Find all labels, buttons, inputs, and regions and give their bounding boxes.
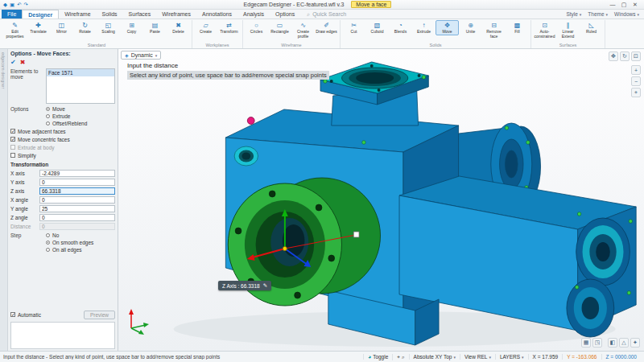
option-radio[interactable]: Extrude [46,113,115,119]
remove-face-button[interactable]: ⊟ Remove face [482,20,506,40]
blends-button[interactable]: ◔ Blends [389,20,412,35]
panel-dock-strip[interactable]: edgecam designer [0,49,8,351]
chevron-down-icon: ▾ [155,53,158,58]
transform-field-input[interactable] [39,170,115,177]
option-checkbox[interactable]: Simplify [10,153,115,158]
tab-surfaces[interactable]: Surfaces [123,10,157,19]
delete-button[interactable]: ✖ Delete [167,20,190,35]
tab-file[interactable]: File [2,10,22,19]
option-radio[interactable]: Offset/Reblend [46,121,115,126]
transform-field-input[interactable] [39,187,115,195]
option-checkbox[interactable]: Move adjacent faces [10,129,115,134]
mirror-button[interactable]: ◫ Mirror [50,20,73,35]
settings-icon[interactable]: ✦ [630,338,640,348]
tab-wireframes[interactable]: Wireframes [156,10,196,19]
zoom-out-icon[interactable]: − [631,76,641,86]
unite-button[interactable]: ⊕ Unite [459,20,482,35]
transform-workplane-button[interactable]: ⇄ Transform [217,20,241,35]
layers-dropdown[interactable]: LAYERS ▾ [495,354,528,360]
transform-field-input[interactable] [39,223,115,230]
coordinate-mode-dropdown[interactable]: Absolute XY Top ▾ [409,354,460,360]
workplane-icon[interactable]: ◳ [592,338,602,348]
cuboid-button[interactable]: ▧ Cuboid [365,20,389,35]
target-icon[interactable]: ⌖ [397,354,400,360]
tab-annotations[interactable]: Annotations [196,10,237,19]
paste-button[interactable]: ▤ Paste [143,20,167,35]
transform-field-row: Z axis [10,187,115,195]
save-icon[interactable]: ▣ [10,2,14,8]
tab-solids[interactable]: Solids [97,10,123,19]
fill-button[interactable]: ▩ Fill [506,20,529,35]
translate-button[interactable]: ✚ Translate [27,20,50,35]
list-item[interactable]: Face 1571 [47,69,114,76]
linear-extend-button[interactable]: ∥ Linear Extend [556,20,580,40]
style-menu[interactable]: Style ▾ [566,11,581,17]
radio-label: Offset/Reblend [52,121,87,126]
edit-properties-button[interactable]: ✎ Edit properties [3,20,27,40]
transform-field-input[interactable] [39,179,115,186]
tab-wireframe[interactable]: Wireframe [59,10,96,19]
theme-menu[interactable]: Theme ▾ [588,11,608,17]
circles-button[interactable]: ○ Circles [245,20,268,35]
copy-button[interactable]: ⊞ Copy [120,20,143,35]
create-profile-button[interactable]: ∿ Create profile [291,20,315,40]
transform-field-input[interactable] [39,214,115,221]
grid-icon[interactable]: ▦ [581,338,591,348]
rectangle-button[interactable]: ▭ Rectangle [268,20,291,35]
option-checkbox[interactable]: Move concentric faces [10,137,115,142]
preview-button[interactable]: Preview [84,311,115,319]
pan-icon[interactable]: ✥ [609,51,618,61]
close-button[interactable]: ✕ [630,2,641,8]
undo-icon[interactable]: ↶ [17,2,21,8]
viewport[interactable]: ◈ Dynamic ▾ Input the distance Select an… [118,49,644,351]
rotate-button[interactable]: ↻ Rotate [73,20,97,35]
selected-point-marker[interactable] [247,117,254,125]
ribbon-button-label: Cut [351,30,357,35]
transform-field-input[interactable] [39,196,115,204]
step-radio[interactable]: On smooth edges [46,240,115,245]
transform-field-input[interactable] [39,205,115,212]
view-mode-dropdown[interactable]: View REL ▾ [460,354,495,360]
fit-view-icon[interactable]: ⊡ [631,51,641,61]
option-radio[interactable]: Move [46,106,115,112]
gizmo-origin[interactable] [283,246,287,250]
automatic-checkbox[interactable]: Automatic [10,312,41,318]
draw-edges-button[interactable]: ✐ Draw edges [315,20,338,35]
measure-icon[interactable]: △ [619,338,629,348]
dynamic-dropdown[interactable]: ◈ Dynamic ▾ [121,51,161,60]
option-checkbox[interactable]: Extrude at body [10,145,115,150]
orbit-icon[interactable]: ↻ [620,51,630,61]
snap-tools[interactable]: ⌖ ⌕ [392,354,408,360]
maximize-button[interactable]: ▢ [618,2,630,8]
edit-value-icon[interactable]: ✎ [263,282,267,289]
cut-button[interactable]: ✂ Cut [342,20,365,35]
create-workplane-button[interactable]: ▱ Create [194,20,217,35]
zoom-window-icon[interactable]: ⌖ [631,88,641,97]
side-bore[interactable] [234,146,258,166]
magnet-icon[interactable]: ⌕ [402,354,405,360]
step-radio[interactable]: On all edges [46,247,115,253]
extrude-button[interactable]: ↑ Extrude [412,20,436,35]
model-canvas[interactable] [118,49,644,351]
move-button[interactable]: ✥ Move [436,20,459,35]
minimize-button[interactable]: — [607,2,618,8]
elements-listbox[interactable]: Face 1571 [46,68,115,104]
tab-designer[interactable]: Designer [22,10,59,19]
ruled-button[interactable]: ◺ Ruled [580,20,603,35]
step-radio[interactable]: No [46,232,115,238]
cancel-button[interactable]: ✖ [20,59,26,66]
shaded-view-icon[interactable]: ◧ [608,338,617,348]
quick-search[interactable]: ⌕ Quick Search [300,10,353,19]
auto-constrained-button[interactable]: ⊡ Auto-constrained [533,20,556,40]
tab-options[interactable]: Options [270,10,300,19]
zoom-in-icon[interactable]: + [631,65,641,75]
redo-icon[interactable]: ↷ [24,2,28,8]
top-flange-bore[interactable] [341,68,407,88]
windows-menu[interactable]: Windows ▾ [614,11,639,17]
toggle-control[interactable]: ◕ Toggle [363,354,392,360]
confirm-button[interactable]: ✔ [10,59,16,66]
tab-analysis[interactable]: Analysis [237,10,270,19]
tooltip-text: Z Axis : 66.3318 [222,283,260,289]
scaling-button[interactable]: ◱ Scaling [97,20,120,35]
drag-handle[interactable] [353,232,359,237]
